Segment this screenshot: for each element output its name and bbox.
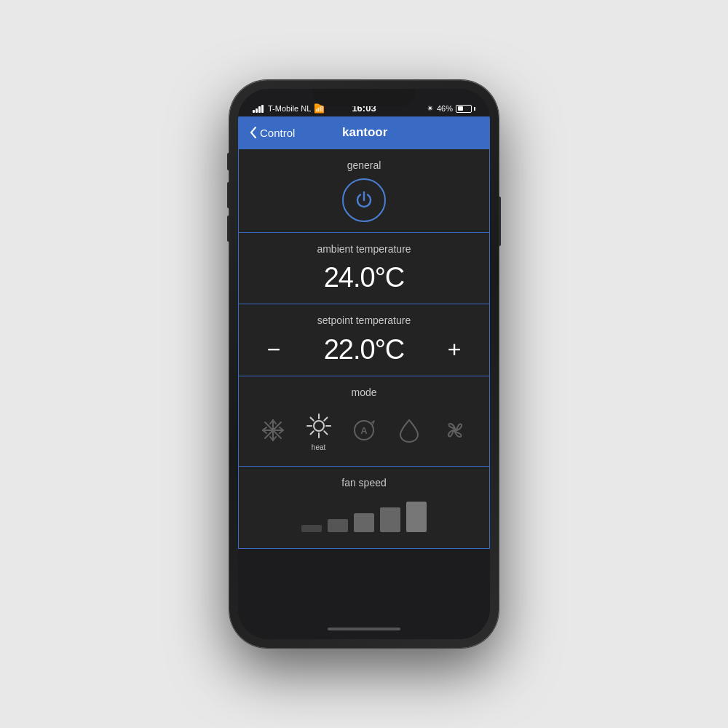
phone-frame: T-Mobile NL 📶 16:03 ✴ 46% (229, 80, 499, 648)
mode-heat[interactable]: heat (303, 410, 335, 451)
phone-screen: T-Mobile NL 📶 16:03 ✴ 46% (238, 89, 490, 639)
mode-auto[interactable]: A (348, 414, 380, 448)
back-button[interactable]: Control (250, 127, 295, 139)
back-label: Control (260, 127, 295, 139)
power-side-button[interactable] (499, 197, 501, 246)
sun-icon (303, 410, 335, 442)
battery-indicator (456, 105, 475, 113)
status-left: T-Mobile NL 📶 (253, 103, 325, 114)
temp-increase-button[interactable]: + (438, 333, 470, 365)
mode-fan[interactable] (439, 414, 471, 448)
navigation-bar: Control kantoor (238, 116, 490, 149)
general-card: general (238, 149, 490, 233)
svg-line-18 (324, 431, 327, 434)
setpoint-controls: − 22.0°C + (250, 333, 478, 365)
fan-bar-2[interactable] (328, 519, 348, 532)
fan-bar-5[interactable] (406, 502, 427, 532)
setpoint-value: 22.0°C (324, 334, 405, 365)
svg-line-17 (310, 418, 313, 421)
temp-decrease-button[interactable]: − (258, 333, 290, 365)
svg-point-12 (314, 421, 324, 431)
heat-label: heat (312, 443, 325, 451)
signal-icon (253, 105, 264, 113)
mode-dry[interactable] (393, 414, 425, 448)
fan-speed-title: fan speed (341, 477, 387, 488)
mute-switch[interactable] (227, 153, 229, 170)
home-bar (328, 628, 400, 630)
mode-card: mode (238, 376, 490, 467)
content-area: general ambient temperature 24.0°C setpo… (238, 149, 490, 619)
volume-down-button[interactable] (227, 215, 229, 242)
volume-up-button[interactable] (227, 182, 229, 208)
drop-icon (393, 414, 425, 446)
ambient-card: ambient temperature 24.0°C (238, 233, 490, 304)
fan-bar-4[interactable] (380, 507, 400, 532)
svg-text:A: A (360, 425, 368, 436)
fan-bar-1[interactable] (301, 525, 322, 532)
setpoint-title: setpoint temperature (317, 314, 411, 326)
mode-title: mode (351, 387, 376, 398)
mode-cool[interactable] (257, 414, 289, 448)
mode-selector: heat A (250, 405, 478, 456)
fan-speed-card: fan speed (238, 467, 490, 549)
setpoint-card: setpoint temperature − 22.0°C + (238, 304, 490, 376)
power-button[interactable] (342, 178, 386, 222)
bluetooth-icon: ✴ (427, 103, 434, 114)
auto-icon: A (348, 414, 380, 446)
svg-line-20 (310, 431, 313, 434)
ambient-title: ambient temperature (317, 243, 411, 255)
ambient-value: 24.0°C (324, 262, 405, 293)
page-title: kantoor (342, 125, 387, 140)
notch (313, 89, 415, 106)
fan-speed-bars (301, 496, 427, 538)
home-indicator[interactable] (238, 619, 490, 639)
status-right: ✴ 46% (427, 103, 475, 114)
fan-icon (439, 414, 471, 446)
fan-bar-3[interactable] (354, 513, 374, 532)
snowflake-icon (257, 414, 289, 446)
general-title: general (347, 159, 381, 171)
carrier-label: T-Mobile NL (268, 104, 311, 113)
svg-line-19 (324, 418, 327, 421)
battery-percent: 46% (437, 104, 453, 113)
